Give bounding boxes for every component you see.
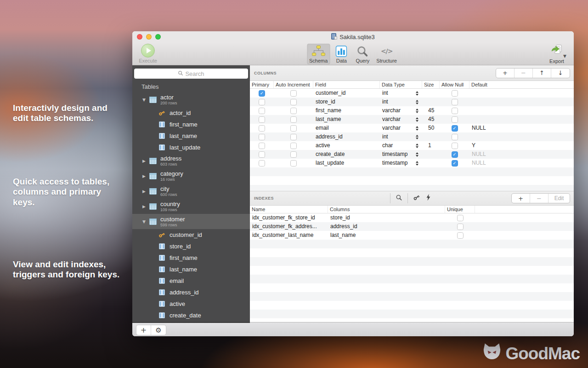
- default-value[interactable]: NULL: [469, 150, 574, 159]
- allow-null-checkbox[interactable]: [452, 160, 458, 167]
- indexes-table-row[interactable]: idx_customer_last_name last_name: [250, 231, 574, 240]
- field-value[interactable]: last_name: [313, 115, 380, 124]
- disclosure-icon[interactable]: ▶: [142, 204, 149, 209]
- header-index-columns[interactable]: Columns: [328, 206, 445, 213]
- tab-structure[interactable]: </> Structure: [374, 44, 399, 64]
- tab-query[interactable]: Query: [353, 44, 372, 64]
- header-auto-increment[interactable]: Auto Increment: [274, 81, 313, 88]
- stepper-icon[interactable]: [416, 135, 418, 139]
- minimize-window-button[interactable]: [146, 34, 152, 40]
- sidebar-field-item[interactable]: first_name: [132, 252, 250, 264]
- primary-checkbox[interactable]: [259, 116, 265, 123]
- allow-null-checkbox[interactable]: [452, 125, 458, 132]
- default-value[interactable]: NULL: [469, 124, 574, 132]
- index-columns-value[interactable]: address_id: [328, 222, 445, 231]
- add-table-button[interactable]: +: [136, 325, 151, 335]
- header-size[interactable]: Size: [422, 81, 440, 88]
- allow-null-checkbox[interactable]: [452, 90, 458, 97]
- autoincrement-checkbox[interactable]: [290, 160, 297, 167]
- move-column-up-button[interactable]: ↑: [533, 69, 551, 78]
- remove-column-button[interactable]: −: [514, 69, 533, 78]
- field-value[interactable]: active: [313, 141, 380, 150]
- sidebar-field-item[interactable]: active: [132, 298, 250, 310]
- sidebar-field-item[interactable]: create_date: [132, 310, 250, 321]
- header-primary[interactable]: Primary: [250, 81, 274, 88]
- columns-table-row[interactable]: first_name varchar 45: [250, 106, 574, 115]
- size-value[interactable]: 45: [422, 106, 440, 115]
- indexes-table-row[interactable]: idx_customer_fk_addres... address_id: [250, 222, 574, 231]
- add-index-button[interactable]: +: [512, 194, 530, 203]
- sidebar-field-item[interactable]: customer_id: [132, 229, 250, 241]
- data-type-value[interactable]: varchar: [382, 106, 401, 115]
- size-value[interactable]: 45: [422, 115, 440, 124]
- header-index-name[interactable]: Name: [250, 206, 328, 213]
- sidebar-table-item[interactable]: ▶ city 600 rows: [132, 184, 250, 199]
- unique-checkbox[interactable]: [457, 232, 464, 239]
- indexes-search-icon[interactable]: [396, 194, 402, 203]
- primary-checkbox[interactable]: [259, 160, 265, 167]
- add-column-button[interactable]: +: [496, 69, 514, 78]
- primary-checkbox[interactable]: [259, 151, 265, 158]
- allow-null-checkbox[interactable]: [452, 143, 458, 149]
- sidebar-field-item[interactable]: last_name: [132, 264, 250, 275]
- data-type-value[interactable]: varchar: [382, 124, 401, 132]
- data-type-value[interactable]: char: [382, 141, 393, 150]
- data-type-value[interactable]: int: [382, 98, 388, 106]
- autoincrement-checkbox[interactable]: [290, 99, 297, 105]
- settings-gear-button[interactable]: ⚙: [151, 325, 166, 335]
- autoincrement-checkbox[interactable]: [290, 134, 297, 140]
- sidebar-field-item[interactable]: address_id: [132, 287, 250, 298]
- columns-table-row[interactable]: active char 1 Y: [250, 141, 574, 150]
- autoincrement-checkbox[interactable]: [290, 90, 297, 97]
- stepper-icon[interactable]: [416, 100, 418, 104]
- columns-table-row[interactable]: last_name varchar 45: [250, 115, 574, 124]
- data-type-value[interactable]: timestamp: [382, 159, 407, 167]
- allow-null-checkbox[interactable]: [452, 151, 458, 158]
- sidebar-field-item[interactable]: first_name: [132, 119, 250, 130]
- unique-checkbox[interactable]: [457, 215, 464, 221]
- field-value[interactable]: create_date: [313, 150, 380, 159]
- disclosure-icon[interactable]: ▼: [142, 219, 149, 224]
- sidebar-table-item[interactable]: ▶ address 603 rows: [132, 153, 250, 168]
- export-button[interactable]: ▼ Export: [546, 44, 567, 64]
- index-columns-value[interactable]: store_id: [328, 213, 445, 222]
- stepper-icon[interactable]: [416, 109, 418, 113]
- stepper-icon[interactable]: [416, 126, 418, 131]
- header-default[interactable]: Default: [469, 81, 574, 88]
- columns-table-row[interactable]: last_update timestamp NULL: [250, 159, 574, 167]
- sidebar-table-item[interactable]: ▼ actor 200 rows: [132, 92, 250, 107]
- foreign-keys-key-icon[interactable]: [413, 194, 420, 203]
- move-column-down-button[interactable]: ↓: [551, 69, 570, 78]
- size-value[interactable]: 1: [422, 141, 440, 150]
- field-value[interactable]: first_name: [313, 106, 380, 115]
- sidebar-table-item[interactable]: ▼ customer 599 rows: [132, 214, 250, 229]
- disclosure-icon[interactable]: ▶: [142, 189, 149, 194]
- execute-button[interactable]: Execute: [138, 44, 158, 63]
- allow-null-checkbox[interactable]: [452, 99, 458, 105]
- sidebar-field-item[interactable]: last_name: [132, 130, 250, 142]
- field-value[interactable]: address_id: [313, 132, 380, 141]
- sidebar-field-item[interactable]: actor_id: [132, 107, 250, 119]
- stepper-icon[interactable]: [416, 91, 418, 96]
- remove-index-button[interactable]: −: [530, 194, 548, 203]
- header-field[interactable]: Field: [313, 81, 380, 88]
- data-type-value[interactable]: timestamp: [382, 150, 407, 159]
- allow-null-checkbox[interactable]: [452, 108, 458, 114]
- data-type-value[interactable]: varchar: [382, 115, 401, 124]
- default-value[interactable]: NULL: [469, 159, 574, 167]
- tab-schema[interactable]: Schema: [307, 44, 330, 64]
- sidebar-field-item[interactable]: email: [132, 275, 250, 287]
- columns-table-row[interactable]: customer_id int: [250, 89, 574, 98]
- primary-checkbox[interactable]: [259, 108, 265, 114]
- data-type-value[interactable]: int: [382, 89, 388, 98]
- autoincrement-checkbox[interactable]: [290, 151, 297, 158]
- columns-table-row[interactable]: store_id int: [250, 98, 574, 106]
- columns-table-row[interactable]: email varchar 50 NULL: [250, 124, 574, 132]
- index-columns-value[interactable]: last_name: [328, 231, 445, 240]
- indexes-table-row[interactable]: idx_customer_fk_store_id store_id: [250, 213, 574, 222]
- columns-table-row[interactable]: create_date timestamp NULL: [250, 150, 574, 159]
- unique-checkbox[interactable]: [457, 224, 464, 230]
- header-data-type[interactable]: Data Type: [380, 81, 422, 88]
- triggers-lightning-icon[interactable]: [425, 194, 431, 203]
- disclosure-icon[interactable]: ▶: [142, 159, 149, 163]
